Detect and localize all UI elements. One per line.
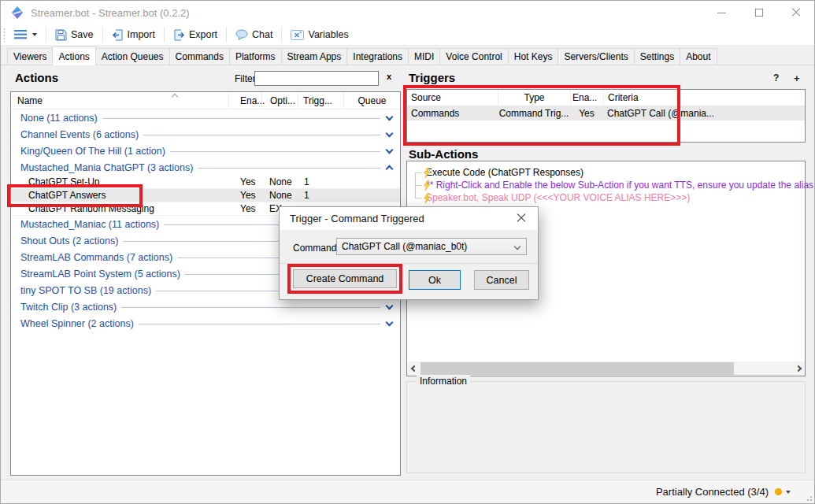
subaction-item[interactable]: Execute Code (ChatGPT Responses) bbox=[407, 166, 805, 179]
connection-caret-icon[interactable] bbox=[786, 491, 791, 494]
scrollbar-thumb[interactable] bbox=[420, 362, 734, 375]
horizontal-scrollbar[interactable] bbox=[407, 361, 805, 376]
filter-clear-button[interactable]: x bbox=[387, 72, 391, 81]
tab-stream-apps[interactable]: Stream Apps bbox=[281, 48, 348, 65]
chevron-down-icon[interactable] bbox=[386, 318, 394, 326]
column-header-enabled[interactable]: Ena... bbox=[570, 90, 603, 106]
group-row[interactable]: Wheel Spinner (2 actions) bbox=[11, 315, 400, 332]
group-rule bbox=[170, 151, 380, 152]
subaction-item-disabled[interactable]: Speaker.bot, Speak UDP (<<<YOUR VOICE AL… bbox=[407, 191, 805, 204]
trigger-command-dialog: Trigger - Command Triggered Command Chat… bbox=[279, 206, 539, 300]
group-rule bbox=[198, 168, 380, 169]
tab-integrations[interactable]: Integrations bbox=[346, 48, 409, 65]
tab-settings[interactable]: Settings bbox=[634, 48, 680, 65]
triggers-panel-title: Triggers bbox=[409, 71, 455, 84]
tab-servers-clients[interactable]: Servers/Clients bbox=[558, 48, 634, 65]
tab-platforms[interactable]: Platforms bbox=[229, 48, 282, 65]
dialog-close-button[interactable] bbox=[505, 207, 538, 229]
group-row[interactable]: Mustached_Mania ChatGPT (3 actions) bbox=[11, 159, 400, 176]
column-header-enabled[interactable]: Ena... bbox=[228, 92, 261, 109]
scroll-right-button[interactable] bbox=[791, 361, 805, 376]
maximize-button[interactable] bbox=[740, 1, 777, 24]
action-row[interactable]: ChatGPT Set-Up Yes None 1 bbox=[11, 176, 400, 189]
tab-action-queues[interactable]: Action Queues bbox=[95, 48, 170, 65]
close-icon bbox=[791, 8, 801, 17]
chat-button[interactable]: Chat bbox=[231, 28, 277, 42]
connection-status-dot-icon[interactable] bbox=[775, 488, 782, 495]
chevron-right-icon bbox=[795, 365, 801, 372]
scroll-left-button[interactable] bbox=[407, 361, 420, 376]
dialog-title: Trigger - Command Triggered bbox=[290, 213, 424, 224]
save-button[interactable]: Save bbox=[50, 28, 98, 43]
chevron-down-icon[interactable] bbox=[386, 113, 394, 120]
tab-voice-control[interactable]: Voice Control bbox=[439, 48, 508, 65]
ok-button[interactable]: Ok bbox=[409, 270, 461, 290]
toolbar-separator bbox=[226, 27, 227, 43]
chat-label: Chat bbox=[252, 29, 272, 40]
toolbar-grip[interactable] bbox=[3, 28, 6, 42]
app-logo-icon bbox=[11, 6, 24, 19]
column-header-queue[interactable]: Queue bbox=[343, 92, 400, 109]
import-label: Import bbox=[128, 29, 155, 40]
resize-grip[interactable] bbox=[804, 493, 812, 501]
toolbar-separator bbox=[46, 27, 46, 43]
command-dropdown[interactable]: ChatGPT Call (@maniac_b0t) bbox=[336, 238, 527, 255]
filter-input[interactable] bbox=[254, 71, 379, 86]
title-bar: Streamer.bot - Streamer.bot (0.2.2) bbox=[1, 1, 814, 24]
tab-viewers[interactable]: Viewers bbox=[7, 48, 53, 65]
chevron-down-icon[interactable] bbox=[386, 302, 394, 309]
dialog-title-bar[interactable]: Trigger - Command Triggered bbox=[280, 207, 538, 230]
chevron-down-icon[interactable] bbox=[386, 146, 394, 154]
variables-button[interactable]: Variables bbox=[286, 28, 353, 42]
actions-panel-title: Actions bbox=[15, 71, 58, 84]
close-button[interactable] bbox=[777, 1, 814, 24]
create-command-button[interactable]: Create Command bbox=[293, 269, 397, 288]
export-button[interactable]: Export bbox=[169, 28, 222, 43]
app-window: Streamer.bot - Streamer.bot (0.2.2) Sav bbox=[0, 0, 815, 504]
export-label: Export bbox=[189, 29, 217, 40]
subaction-item[interactable]: ** Right-Click and Enable the below Sub-… bbox=[407, 179, 805, 191]
group-rule bbox=[121, 307, 380, 308]
column-header-triggers[interactable]: Trigg... bbox=[298, 92, 343, 109]
trigger-row-selected[interactable]: Commands Command Trig... Yes ChatGPT Cal… bbox=[407, 106, 805, 120]
save-icon bbox=[55, 29, 67, 41]
tab-hot-keys[interactable]: Hot Keys bbox=[508, 48, 559, 65]
group-row[interactable]: King/Queen Of The Hill (1 action) bbox=[11, 143, 400, 159]
window-title: Streamer.bot - Streamer.bot (0.2.2) bbox=[31, 7, 190, 19]
connection-status-text: Partially Connected (3/4) bbox=[656, 486, 769, 498]
chevron-up-icon[interactable] bbox=[386, 165, 394, 172]
tab-actions[interactable]: Actions bbox=[52, 46, 95, 65]
column-header-source[interactable]: Source bbox=[407, 90, 498, 106]
triggers-help-button[interactable]: ? bbox=[773, 72, 779, 83]
lightning-icon bbox=[423, 180, 431, 191]
lightning-icon bbox=[423, 193, 431, 203]
command-label: Command bbox=[293, 243, 336, 254]
column-header-name[interactable]: Name bbox=[11, 92, 228, 109]
triggers-add-button[interactable]: + bbox=[794, 72, 800, 84]
group-row[interactable]: None (11 actions) bbox=[11, 109, 400, 126]
lightning-icon bbox=[423, 168, 431, 178]
toolbar-separator bbox=[281, 27, 282, 43]
tab-commands[interactable]: Commands bbox=[169, 48, 230, 65]
minimize-button[interactable] bbox=[703, 1, 740, 24]
group-rule bbox=[139, 324, 380, 324]
column-header-criteria[interactable]: Criteria bbox=[603, 90, 805, 106]
column-header-option[interactable]: Opti... bbox=[261, 92, 298, 109]
import-button[interactable]: Import bbox=[107, 28, 160, 43]
toolbar-separator bbox=[164, 27, 165, 43]
triggers-table: Source Type Ena... Criteria Commands Com… bbox=[406, 89, 806, 143]
column-header-type[interactable]: Type bbox=[498, 90, 570, 106]
toolbar: Save Import Export Chat bbox=[1, 24, 814, 46]
import-icon bbox=[112, 29, 124, 41]
chevron-down-icon[interactable] bbox=[386, 129, 394, 137]
group-row[interactable]: Twitch Clip (3 actions) bbox=[11, 298, 400, 315]
cancel-button[interactable]: Cancel bbox=[474, 270, 529, 290]
hamburger-icon bbox=[14, 30, 27, 39]
menu-button[interactable] bbox=[9, 28, 42, 41]
tab-about[interactable]: About bbox=[680, 48, 717, 65]
tab-midi[interactable]: MIDI bbox=[408, 48, 440, 65]
filter-label: Filter bbox=[235, 73, 256, 84]
group-row[interactable]: Channel Events (6 actions) bbox=[11, 126, 400, 143]
action-row-selected[interactable]: ChatGPT Answers Yes None 1 bbox=[11, 189, 400, 202]
group-rule bbox=[102, 118, 380, 119]
